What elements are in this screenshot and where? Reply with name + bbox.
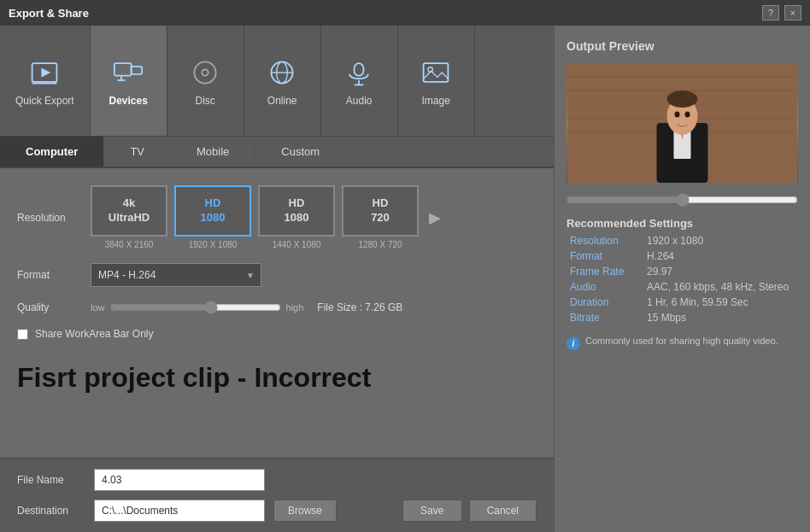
preview-background: [566, 63, 798, 183]
rec-key-audio: Audio: [566, 279, 643, 295]
svg-point-8: [202, 69, 208, 75]
tab-custom-label: Custom: [281, 145, 320, 158]
recommended-title: Recommended Settings: [566, 217, 798, 230]
info-icon: i: [566, 336, 580, 350]
info-row: i Commonly used for sharing high quality…: [566, 336, 798, 350]
res-card-hd1080-box: HD1080: [174, 185, 251, 237]
content-area: Resolution 4kUltraHD 3840 X 2160 HD1080: [0, 168, 554, 458]
image-label: Image: [422, 95, 450, 107]
nav-audio[interactable]: Audio: [321, 26, 398, 136]
quick-export-icon: [27, 56, 62, 90]
disc-label: Disc: [196, 95, 215, 107]
preview-timeline-slider[interactable]: [566, 193, 798, 207]
res-card-4k-box: 4kUltraHD: [91, 185, 167, 237]
nav-devices[interactable]: Devices: [91, 26, 167, 136]
format-select[interactable]: MP4 - H.264 AVI MOV MKV WMV: [91, 263, 261, 287]
save-button[interactable]: Save: [402, 500, 462, 522]
rec-row-audio: Audio AAC, 160 kbps, 48 kHz, Stereo: [566, 279, 798, 295]
quality-slider[interactable]: [110, 301, 281, 314]
nav-disc[interactable]: Disc: [167, 26, 244, 136]
online-label: Online: [267, 95, 297, 107]
res-card-4k-sub: 3840 X 2160: [105, 240, 154, 249]
svg-rect-12: [355, 63, 364, 75]
image-icon: [419, 56, 453, 90]
rec-key-framerate: Frame Rate: [566, 264, 643, 279]
destination-input[interactable]: [94, 500, 265, 522]
disc-icon: [188, 56, 222, 90]
res-card-hd1080[interactable]: HD1080 1920 X 1080: [174, 185, 251, 249]
preview-image: [566, 63, 798, 183]
rec-key-format: Format: [566, 248, 643, 264]
rec-val-bitrate: 15 Mbps: [643, 310, 798, 325]
destination-label: Destination: [17, 505, 85, 517]
left-panel: Quick Export Devices: [0, 26, 554, 532]
format-select-wrapper: MP4 - H.264 AVI MOV MKV WMV: [91, 263, 261, 287]
main-area: Quick Export Devices: [0, 26, 810, 532]
res-card-4k[interactable]: 4kUltraHD 3840 X 2160: [91, 185, 167, 249]
nav-online[interactable]: Online: [244, 26, 321, 136]
rec-row-duration: Duration 1 Hr, 6 Min, 59.59 Sec: [566, 295, 798, 310]
window-title: Export & Share: [9, 7, 89, 20]
recommended-settings: Recommended Settings Resolution 1920 x 1…: [566, 217, 798, 325]
file-name-input[interactable]: [94, 469, 265, 491]
svg-rect-4: [132, 66, 143, 73]
file-size-label: File Size : 7.26 GB: [317, 301, 402, 313]
help-button[interactable]: ?: [762, 5, 779, 20]
svg-marker-1: [42, 67, 51, 77]
share-workarea-checkbox[interactable]: [17, 329, 28, 340]
rec-row-resolution: Resolution 1920 x 1080: [566, 233, 798, 248]
tab-custom[interactable]: Custom: [255, 137, 346, 167]
quick-export-label: Quick Export: [15, 95, 74, 107]
svg-point-7: [195, 61, 216, 83]
res-card-hd720[interactable]: HD720 1280 X 720: [342, 185, 419, 249]
output-preview-title: Output Preview: [566, 39, 798, 53]
rec-val-format: H.264: [643, 248, 798, 264]
recommended-table: Resolution 1920 x 1080 Format H.264 Fram…: [566, 233, 798, 325]
devices-icon: [111, 56, 145, 90]
share-workarea-label: Share WorkArea Bar Only: [35, 328, 154, 340]
close-button[interactable]: ×: [784, 5, 801, 20]
resolution-cards: 4kUltraHD 3840 X 2160 HD1080 1920 X 1080: [91, 185, 444, 249]
preview-slider-row: [566, 193, 798, 207]
res-card-hd1080b-sub: 1440 X 1080: [273, 240, 321, 249]
sub-tabs: Computer TV Mobile Custom: [0, 137, 554, 168]
bottom-section: File Name Destination Browse Save Cancel: [0, 458, 554, 532]
nav-quick-export[interactable]: Quick Export: [0, 26, 91, 136]
res-card-hd1080b-box: HD1080: [258, 185, 335, 237]
cancel-button[interactable]: Cancel: [469, 500, 537, 522]
project-clip-text: Fisrt project clip - Incorrect: [17, 354, 537, 402]
rec-val-framerate: 29.97: [643, 264, 798, 279]
res-card-hd720-sub: 1280 X 720: [358, 240, 402, 249]
file-name-label: File Name: [17, 474, 85, 486]
quality-high-label: high: [286, 302, 304, 313]
resolution-label: Resolution: [17, 212, 77, 224]
devices-label: Devices: [109, 95, 148, 107]
audio-icon: [342, 56, 376, 90]
tab-mobile[interactable]: Mobile: [171, 137, 255, 167]
title-bar: Export & Share ? ×: [0, 0, 810, 26]
res-card-hd1080-sub: 1920 X 1080: [189, 240, 238, 249]
tab-mobile-label: Mobile: [197, 145, 229, 158]
rec-val-audio: AAC, 160 kbps, 48 kHz, Stereo: [643, 279, 798, 295]
resolution-row: Resolution 4kUltraHD 3840 X 2160 HD1080: [17, 185, 537, 249]
tab-computer[interactable]: Computer: [0, 137, 104, 167]
res-card-hd1080b[interactable]: HD1080 1440 X 1080: [258, 185, 335, 249]
nav-image[interactable]: Image: [398, 26, 475, 136]
format-label: Format: [17, 269, 77, 281]
quality-row: Quality low high File Size : 7.26 GB: [17, 301, 537, 314]
res-scroll-right-icon[interactable]: ▶: [426, 205, 444, 231]
svg-rect-15: [424, 63, 449, 82]
quality-label: Quality: [17, 301, 77, 313]
browse-button[interactable]: Browse: [273, 500, 337, 522]
rec-row-framerate: Frame Rate 29.97: [566, 264, 798, 279]
rec-row-bitrate: Bitrate 15 Mbps: [566, 310, 798, 325]
format-row: Format MP4 - H.264 AVI MOV MKV WMV: [17, 263, 537, 287]
svg-point-29: [685, 112, 690, 118]
rec-key-resolution: Resolution: [566, 233, 643, 248]
online-icon: [265, 56, 299, 90]
audio-label: Audio: [346, 95, 373, 107]
tab-tv[interactable]: TV: [104, 137, 171, 167]
file-name-row: File Name: [17, 469, 537, 491]
quality-labels: low high: [91, 301, 303, 314]
preview-svg: [566, 63, 798, 183]
